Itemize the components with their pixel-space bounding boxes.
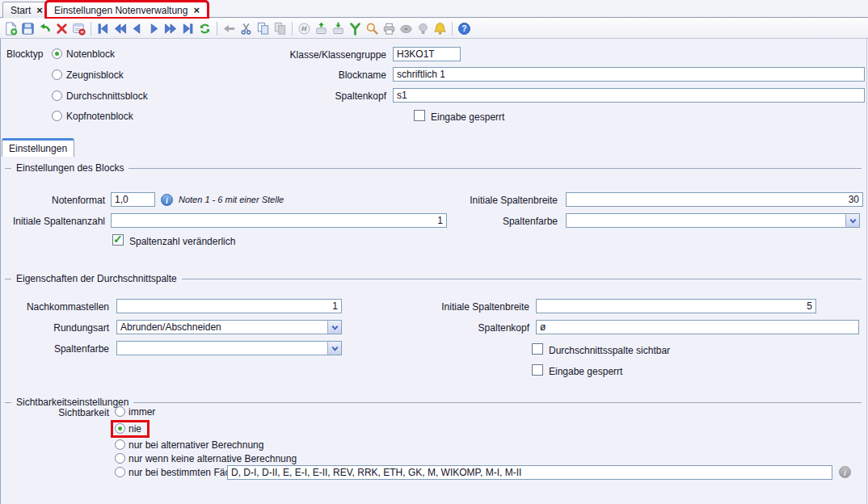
back-arrow-icon[interactable]	[221, 20, 238, 37]
notenformat-label: Notenformat	[0, 194, 105, 207]
group-dash	[5, 279, 11, 279]
avg-spaltenfarbe-combo-value	[117, 342, 327, 355]
copy-icon[interactable]	[255, 20, 272, 37]
initiale-spaltenbreite-label: Initiale Spaltenbreite	[396, 194, 558, 207]
radio-bestimmte-faecher[interactable]	[115, 467, 125, 477]
blockname-label: Blockname	[226, 69, 386, 82]
nav-prev-icon[interactable]	[129, 20, 145, 37]
radio-keine-alternative[interactable]	[115, 453, 125, 464]
radio-alternative-berechnung[interactable]	[115, 439, 125, 450]
toolbar-separator	[91, 22, 91, 36]
group-dash	[5, 168, 11, 169]
chevron-down-icon[interactable]	[845, 214, 859, 227]
nav-next-icon[interactable]	[145, 20, 162, 37]
nachkommastellen-label: Nachkommastellen	[0, 300, 109, 313]
import-icon[interactable]	[313, 20, 330, 37]
group-avg-title: Eigenschaften der Durchschnittspalte	[16, 273, 177, 284]
avg-spaltenkopf-label: Spaltenkopf	[368, 321, 529, 334]
blockname-input[interactable]	[393, 67, 865, 82]
nav-first-icon[interactable]	[95, 20, 112, 37]
radio-alternative-berechnung-label[interactable]: nur bei alternativer Berechnung	[129, 439, 263, 452]
faecher-input[interactable]	[227, 465, 832, 480]
svg-text:?: ?	[461, 24, 466, 33]
chevron-down-icon[interactable]	[327, 321, 341, 334]
radio-immer-label[interactable]: immer	[129, 405, 155, 418]
print-icon[interactable]	[381, 20, 398, 37]
radio-keine-alternative-label[interactable]: nur wenn keine alternative Berechnung	[129, 452, 297, 465]
initiale-spaltenanzahl-label: Initiale Spaltenanzahl	[0, 215, 105, 228]
disc-icon[interactable]	[398, 20, 415, 37]
spaltenfarbe-label: Spaltenfarbe	[396, 215, 558, 228]
cut-icon[interactable]	[238, 20, 255, 37]
radio-durchschnittsblock[interactable]	[52, 90, 62, 101]
group-block-settings-header: Einstellungen des Blocks	[5, 162, 862, 174]
search-icon[interactable]	[364, 20, 381, 37]
export-icon[interactable]	[330, 20, 347, 37]
radio-immer[interactable]	[115, 406, 125, 417]
nav-fast-prev-icon[interactable]	[112, 20, 129, 37]
inner-tab-label: Einstellungen	[9, 143, 67, 154]
eingabe-gesperrt-label[interactable]: Eingabe gesperrt	[431, 111, 504, 124]
nachkommastellen-input[interactable]	[116, 299, 342, 313]
eingabe-gesperrt-checkbox[interactable]: ✓	[414, 110, 425, 121]
delete-icon[interactable]	[53, 20, 70, 37]
initiale-spaltenbreite-input[interactable]	[566, 192, 863, 207]
radio-zeugnisblock[interactable]	[52, 69, 62, 80]
bulb-icon[interactable]	[415, 20, 432, 37]
avg-spaltenbreite-label: Initiale Spaltenbreite	[368, 300, 529, 313]
spaltenfarbe-combo[interactable]	[566, 213, 860, 228]
radio-notenblock-label[interactable]: Notenblock	[66, 48, 115, 61]
close-icon[interactable]: ×	[193, 5, 200, 15]
avg-eingabe-gesperrt-checkbox[interactable]: ✓	[532, 364, 543, 376]
radio-kopfnotenblock[interactable]	[52, 111, 62, 121]
merge-icon[interactable]	[347, 20, 364, 37]
group-line	[129, 168, 862, 169]
group-avg-header: Eigenschaften der Durchschnittspalte	[5, 273, 862, 284]
bell-icon[interactable]	[432, 20, 449, 37]
radio-durchschnittsblock-label[interactable]: Durchschnittsblock	[66, 90, 148, 103]
radio-notenblock[interactable]	[52, 48, 62, 59]
save-icon[interactable]	[19, 20, 36, 37]
klasse-input[interactable]	[393, 47, 461, 61]
new-document-icon[interactable]	[2, 20, 19, 37]
durchschnittsspalte-sichtbar-checkbox[interactable]: ✓	[532, 343, 543, 355]
avg-spaltenfarbe-combo[interactable]	[116, 341, 342, 355]
chevron-down-icon[interactable]	[327, 342, 341, 355]
tab-settings-label: Einstellungen Notenverwaltung	[54, 5, 188, 16]
help-icon[interactable]: ?	[456, 20, 473, 37]
refresh-icon[interactable]	[196, 20, 213, 37]
spaltenkopf-input[interactable]	[393, 88, 865, 103]
tab-bar: Start × Einstellungen Notenverwaltung ×	[0, 0, 868, 18]
radio-nie-label[interactable]: nie	[129, 422, 141, 435]
group-block-settings-title: Einstellungen des Blocks	[16, 162, 124, 174]
undo-icon[interactable]	[36, 20, 53, 37]
radio-nie[interactable]	[115, 423, 125, 434]
avg-spaltenkopf-input[interactable]	[536, 320, 859, 334]
notenformat-hint: Noten 1 - 6 mit einer Stelle	[179, 195, 284, 204]
notenformat-input[interactable]	[111, 192, 155, 207]
rundungsart-combo[interactable]: Abrunden/Abschneiden	[116, 320, 342, 334]
numbers-icon[interactable]	[296, 20, 313, 37]
tab-einstellungen-notenverwaltung[interactable]: Einstellungen Notenverwaltung ×	[46, 2, 208, 18]
toolbar-separator	[292, 22, 293, 36]
spaltenzahl-veraenderlich-checkbox[interactable]: ✓	[112, 234, 124, 246]
spaltenzahl-veraenderlich-label[interactable]: Spaltenzahl veränderlich	[129, 235, 235, 248]
nav-fast-next-icon[interactable]	[162, 20, 179, 37]
remove-record-icon[interactable]	[70, 20, 87, 37]
sichtbarkeit-label: Sichtbarkeit	[0, 406, 109, 419]
durchschnittsspalte-sichtbar-label[interactable]: Durchschnittsspalte sichtbar	[549, 344, 670, 357]
tab-einstellungen-inner[interactable]: Einstellungen	[2, 138, 74, 157]
radio-zeugnisblock-label[interactable]: Zeugnisblock	[66, 69, 124, 82]
avg-spaltenbreite-input[interactable]	[536, 299, 816, 313]
group-line	[182, 279, 862, 279]
radio-kopfnotenblock-label[interactable]: Kopfnotenblock	[66, 110, 133, 123]
group-dash	[5, 402, 11, 403]
avg-spaltenfarbe-label: Spaltenfarbe	[0, 342, 109, 355]
paste-icon[interactable]	[272, 20, 289, 37]
nav-last-icon[interactable]	[179, 20, 196, 37]
check-icon: ✓	[113, 233, 123, 246]
close-icon[interactable]: ×	[36, 5, 43, 15]
avg-eingabe-gesperrt-label[interactable]: Eingabe gesperrt	[549, 365, 622, 378]
tab-start[interactable]: Start ×	[2, 2, 51, 18]
klasse-label: Klasse/Klassengruppe	[226, 48, 386, 61]
